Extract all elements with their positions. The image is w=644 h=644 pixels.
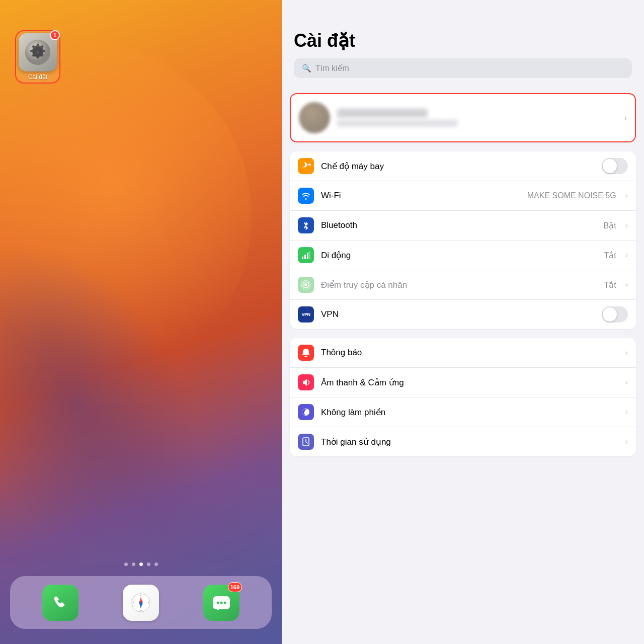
bluetooth-label: Bluetooth xyxy=(321,220,597,230)
dnd-icon xyxy=(298,404,314,420)
vpn-toggle[interactable] xyxy=(602,306,628,323)
hotspot-row[interactable]: Điểm truy cập cá nhân Tắt › xyxy=(290,270,636,300)
cellular-row[interactable]: Di động Tắt › xyxy=(290,240,636,270)
settings-app-badge: 1 xyxy=(50,30,60,40)
phone-icon xyxy=(50,593,70,613)
messages-badge: 169 xyxy=(228,582,242,592)
cellular-value: Tắt xyxy=(604,251,616,260)
settings-panel: Cài đặt 🔍 Tìm kiếm › Chế độ máy bay xyxy=(282,0,644,644)
svg-point-17 xyxy=(304,283,307,286)
profile-section[interactable]: › xyxy=(290,93,636,142)
vpn-toggle-knob xyxy=(603,307,617,321)
screen-time-label: Thời gian sử dụng xyxy=(321,437,616,447)
cellular-icon xyxy=(298,247,314,263)
bluetooth-icon-svg xyxy=(301,220,311,230)
notifications-icon xyxy=(298,345,314,361)
vpn-label: VPN xyxy=(321,309,595,319)
airplane-mode-icon xyxy=(298,158,314,174)
svg-line-23 xyxy=(306,442,307,443)
airplane-mode-label: Chế độ máy bay xyxy=(321,161,595,172)
wifi-chevron: › xyxy=(625,191,628,200)
settings-app-wrapper[interactable]: 1 Cài đặt xyxy=(15,30,60,84)
safari-app-icon[interactable] xyxy=(123,585,159,621)
sounds-icon-svg xyxy=(301,377,311,387)
sounds-label: Âm thanh & Cảm ứng xyxy=(321,377,616,388)
cellular-icon-svg xyxy=(301,250,311,260)
hotspot-label: Điểm truy cập cá nhân xyxy=(321,280,597,290)
profile-avatar xyxy=(299,102,330,133)
gear-icon xyxy=(25,39,51,65)
phone-app-icon[interactable] xyxy=(42,585,78,621)
settings-title: Cài đặt xyxy=(294,30,632,51)
dnd-chevron: › xyxy=(625,408,628,417)
dot-4 xyxy=(147,562,150,566)
svg-rect-20 xyxy=(305,356,307,357)
search-icon: 🔍 xyxy=(302,64,311,73)
profile-left xyxy=(299,102,458,133)
dot-3 xyxy=(139,562,143,566)
messages-app-icon[interactable]: 169 xyxy=(203,585,239,621)
dnd-icon-svg xyxy=(301,407,311,417)
svg-rect-15 xyxy=(307,253,308,259)
wifi-row[interactable]: Wi-Fi MAKE SOME NOISE 5G › xyxy=(290,181,636,211)
settings-header: Cài đặt 🔍 Tìm kiếm xyxy=(282,0,644,93)
safari-icon xyxy=(130,592,152,614)
bluetooth-icon xyxy=(298,217,314,233)
notifications-icon-svg xyxy=(301,348,311,358)
profile-sub-blur xyxy=(337,120,458,127)
settings-app-icon[interactable]: 1 xyxy=(19,33,57,71)
wifi-label: Wi-Fi xyxy=(321,191,520,201)
airplane-icon-svg xyxy=(301,161,311,171)
screen-time-chevron: › xyxy=(625,437,628,446)
messages-icon xyxy=(211,592,232,613)
dot-2 xyxy=(132,562,135,566)
sounds-row[interactable]: Âm thanh & Cảm ứng › xyxy=(290,368,636,397)
screen-time-icon-svg xyxy=(301,437,311,447)
hotspot-chevron: › xyxy=(625,280,628,289)
bluetooth-value: Bật xyxy=(604,221,616,230)
bluetooth-chevron: › xyxy=(625,221,628,230)
screen-time-icon xyxy=(298,434,314,450)
dot-5 xyxy=(154,562,158,566)
sounds-icon xyxy=(298,374,314,390)
svg-rect-13 xyxy=(302,257,303,259)
vpn-icon: VPN xyxy=(298,306,314,323)
hotspot-icon xyxy=(298,277,314,293)
search-placeholder-text: Tìm kiếm xyxy=(315,63,349,73)
svg-rect-14 xyxy=(304,255,306,259)
sounds-chevron: › xyxy=(625,378,628,387)
screen-time-row[interactable]: Thời gian sử dụng › xyxy=(290,427,636,456)
profile-info xyxy=(337,109,458,127)
svg-point-10 xyxy=(217,601,219,604)
search-bar[interactable]: 🔍 Tìm kiếm xyxy=(294,58,632,78)
vpn-row[interactable]: VPN VPN xyxy=(290,300,636,329)
svg-point-12 xyxy=(224,601,226,604)
cellular-chevron: › xyxy=(625,251,628,260)
notifications-row[interactable]: Thông báo › xyxy=(290,338,636,368)
settings-app-label: Cài đặt xyxy=(28,73,47,80)
dnd-label: Không làm phiền xyxy=(321,407,616,418)
profile-name-blur xyxy=(337,109,428,118)
airplane-mode-toggle[interactable] xyxy=(602,158,628,174)
notifications-settings-group: Thông báo › Âm thanh & Cảm ứng › Khô xyxy=(290,338,636,456)
wifi-value: MAKE SOME NOISE 5G xyxy=(527,191,616,200)
vpn-icon-label: VPN xyxy=(301,312,310,317)
cellular-label: Di động xyxy=(321,250,597,261)
home-screen: 1 Cài đặt xyxy=(0,0,282,644)
notifications-label: Thông báo xyxy=(321,348,616,358)
page-dots xyxy=(0,562,282,566)
notifications-chevron: › xyxy=(625,348,628,357)
dock: 169 xyxy=(10,576,272,629)
airplane-mode-row[interactable]: Chế độ máy bay xyxy=(290,151,636,181)
svg-point-11 xyxy=(220,601,223,604)
hotspot-icon-svg xyxy=(301,280,311,290)
wifi-icon-svg xyxy=(301,191,311,201)
network-settings-group: Chế độ máy bay Wi-Fi MAKE SOME NOISE 5G … xyxy=(290,151,636,329)
hotspot-value: Tắt xyxy=(604,280,616,290)
dnd-row[interactable]: Không làm phiền › xyxy=(290,397,636,427)
dot-1 xyxy=(124,562,128,566)
bluetooth-row[interactable]: Bluetooth Bật › xyxy=(290,211,636,240)
profile-chevron: › xyxy=(624,113,627,123)
airplane-mode-toggle-knob xyxy=(603,159,617,173)
wifi-icon xyxy=(298,188,314,204)
